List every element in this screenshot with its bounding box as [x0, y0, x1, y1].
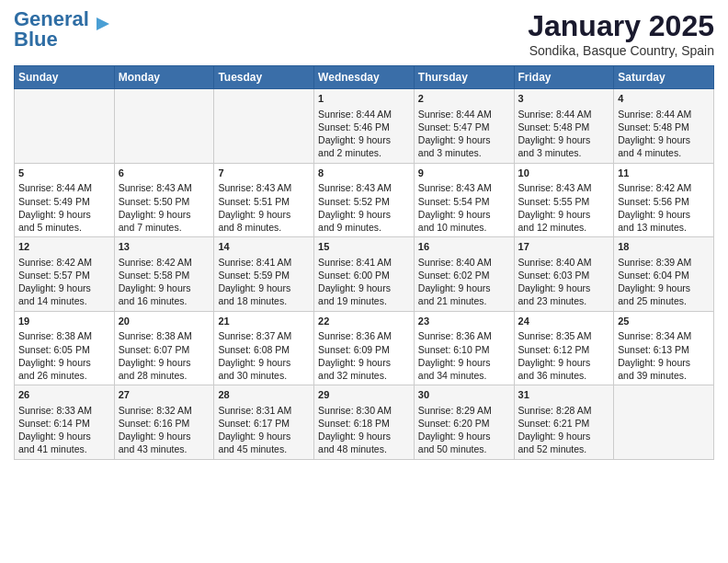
day-info-line: and 18 minutes. [218, 294, 310, 307]
logo-text: General Blue [14, 9, 89, 50]
day-info-line: Daylight: 9 hours [18, 430, 110, 442]
day-info-line: Sunrise: 8:28 AM [518, 404, 610, 417]
day-info-line: Sunset: 6:20 PM [418, 417, 510, 430]
day-number: 30 [418, 388, 510, 402]
day-number: 17 [518, 240, 610, 254]
day-info-line: Daylight: 9 hours [218, 282, 310, 294]
day-info-line: Sunset: 5:49 PM [18, 195, 110, 208]
day-info-line: Daylight: 9 hours [418, 282, 510, 294]
calendar-cell: 20Sunrise: 8:38 AMSunset: 6:07 PMDayligh… [114, 311, 214, 385]
day-number: 8 [318, 167, 410, 180]
day-number: 19 [18, 315, 110, 328]
day-info-line: Sunset: 5:59 PM [218, 269, 310, 282]
day-info-line: and 10 minutes. [418, 221, 510, 234]
day-info-line: and 3 minutes. [418, 146, 510, 159]
day-info-line: and 34 minutes. [418, 369, 510, 382]
day-number: 31 [518, 388, 610, 402]
day-info-line: Daylight: 9 hours [618, 282, 710, 294]
day-info-line: Sunrise: 8:35 AM [518, 329, 610, 342]
day-info-line: Daylight: 9 hours [119, 356, 210, 369]
day-info-line: and 50 minutes. [418, 442, 510, 455]
weekday-header-wednesday: Wednesday [314, 66, 415, 89]
day-info-line: Sunrise: 8:44 AM [318, 108, 410, 121]
day-info-line: Sunset: 5:55 PM [518, 195, 610, 208]
day-info-line: Daylight: 9 hours [418, 430, 510, 442]
calendar-cell [214, 89, 314, 164]
calendar-cell: 4Sunrise: 8:44 AMSunset: 5:48 PMDaylight… [614, 89, 714, 164]
calendar-cell: 29Sunrise: 8:30 AMSunset: 6:18 PMDayligh… [314, 385, 415, 460]
day-info-line: Sunrise: 8:41 AM [218, 256, 310, 269]
day-number: 1 [318, 92, 410, 106]
day-number: 28 [218, 388, 310, 402]
calendar-cell: 2Sunrise: 8:44 AMSunset: 5:47 PMDaylight… [414, 89, 514, 164]
day-info-line: Sunrise: 8:32 AM [119, 404, 210, 417]
day-number: 21 [218, 315, 310, 328]
day-info-line: Daylight: 9 hours [618, 133, 710, 146]
month-title: January 2025 [528, 9, 714, 43]
day-info-line: and 25 minutes. [618, 294, 710, 307]
day-info-line: Daylight: 9 hours [18, 282, 110, 294]
calendar-cell: 13Sunrise: 8:42 AMSunset: 5:58 PMDayligh… [114, 237, 214, 312]
day-number: 29 [318, 388, 410, 402]
day-info-line: Sunrise: 8:42 AM [618, 181, 710, 194]
calendar-cell: 1Sunrise: 8:44 AMSunset: 5:46 PMDaylight… [314, 89, 415, 164]
day-number: 9 [418, 167, 510, 180]
day-info-line: Sunset: 6:18 PM [318, 417, 410, 430]
day-info-line: and 28 minutes. [119, 369, 210, 382]
day-info-line: Daylight: 9 hours [518, 430, 610, 442]
day-info-line: Sunrise: 8:43 AM [119, 181, 210, 194]
day-info-line: Sunrise: 8:34 AM [618, 329, 710, 342]
day-number: 16 [418, 240, 510, 254]
day-info-line: Daylight: 9 hours [18, 356, 110, 369]
location: Sondika, Basque Country, Spain [528, 43, 714, 58]
day-info-line: Daylight: 9 hours [518, 356, 610, 369]
day-info-line: Daylight: 9 hours [418, 133, 510, 146]
day-info-line: Sunset: 6:07 PM [119, 343, 210, 356]
day-number: 3 [518, 92, 610, 106]
day-number: 20 [119, 315, 210, 328]
day-number: 2 [418, 92, 510, 106]
weekday-header-monday: Monday [114, 66, 214, 89]
day-number: 7 [218, 167, 310, 180]
day-info-line: and 19 minutes. [318, 294, 410, 307]
calendar-cell: 6Sunrise: 8:43 AMSunset: 5:50 PMDaylight… [114, 163, 214, 237]
calendar-cell: 27Sunrise: 8:32 AMSunset: 6:16 PMDayligh… [114, 385, 214, 460]
day-info-line: Sunrise: 8:44 AM [18, 181, 110, 194]
day-info-line: Daylight: 9 hours [218, 208, 310, 221]
day-info-line: Sunrise: 8:44 AM [518, 108, 610, 121]
day-info-line: Daylight: 9 hours [318, 208, 410, 221]
day-info-line: Sunrise: 8:38 AM [119, 329, 210, 342]
day-number: 4 [618, 92, 710, 106]
day-info-line: Sunset: 5:57 PM [18, 269, 110, 282]
day-info-line: Daylight: 9 hours [119, 208, 210, 221]
calendar-cell [15, 89, 115, 164]
day-info-line: Sunrise: 8:31 AM [218, 404, 310, 417]
calendar-cell: 10Sunrise: 8:43 AMSunset: 5:55 PMDayligh… [514, 163, 614, 237]
day-info-line: Sunset: 6:02 PM [418, 269, 510, 282]
day-number: 26 [18, 388, 110, 402]
day-info-line: Daylight: 9 hours [119, 430, 210, 442]
calendar-cell: 9Sunrise: 8:43 AMSunset: 5:54 PMDaylight… [414, 163, 514, 237]
day-info-line: and 3 minutes. [518, 146, 610, 159]
day-info-line: Daylight: 9 hours [119, 282, 210, 294]
calendar-cell [114, 89, 214, 164]
day-number: 11 [618, 167, 710, 180]
day-info-line: Sunset: 5:48 PM [618, 121, 710, 133]
svg-marker-0 [97, 17, 109, 30]
day-info-line: Sunrise: 8:33 AM [18, 404, 110, 417]
day-info-line: Sunrise: 8:44 AM [418, 108, 510, 121]
day-info-line: Sunset: 6:13 PM [618, 343, 710, 356]
day-info-line: Sunset: 5:46 PM [318, 121, 410, 133]
day-info-line: and 48 minutes. [318, 442, 410, 455]
weekday-header-tuesday: Tuesday [214, 66, 314, 89]
title-block: January 2025 Sondika, Basque Country, Sp… [528, 9, 714, 58]
day-info-line: and 9 minutes. [318, 221, 410, 234]
day-info-line: and 43 minutes. [119, 442, 210, 455]
calendar-week-row: 1Sunrise: 8:44 AMSunset: 5:46 PMDaylight… [15, 89, 714, 164]
calendar-cell: 31Sunrise: 8:28 AMSunset: 6:21 PMDayligh… [514, 385, 614, 460]
weekday-header-thursday: Thursday [414, 66, 514, 89]
day-info-line: and 13 minutes. [618, 221, 710, 234]
day-number: 23 [418, 315, 510, 328]
day-info-line: and 12 minutes. [518, 221, 610, 234]
day-info-line: and 41 minutes. [18, 442, 110, 455]
